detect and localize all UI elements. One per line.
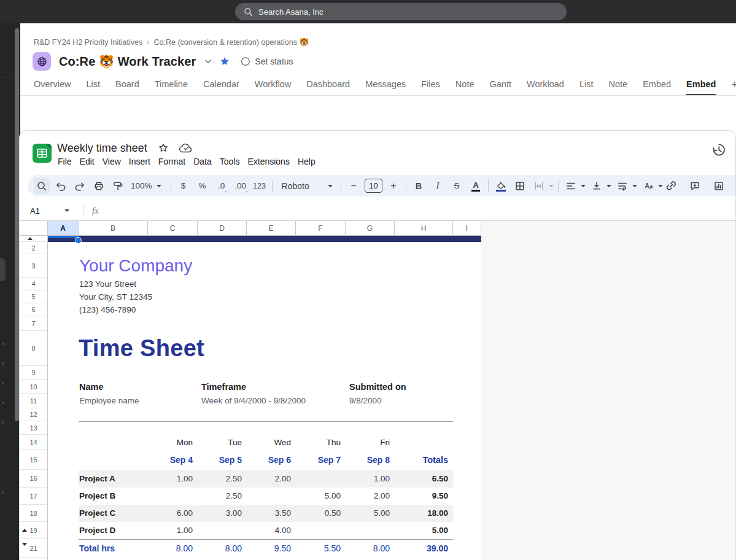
- menu-edit[interactable]: Edit: [80, 157, 95, 166]
- total-hours-value-cell[interactable]: 8.00: [148, 539, 193, 558]
- format-percent-button[interactable]: %: [195, 178, 211, 194]
- row-header-5[interactable]: 5: [20, 290, 48, 303]
- tab-note-13[interactable]: Note: [609, 79, 628, 95]
- address-line-cell[interactable]: 123 Your Street: [79, 278, 136, 290]
- tab-files-8[interactable]: Files: [421, 79, 440, 95]
- text-rotation-button[interactable]: A: [640, 178, 656, 194]
- column-header-H[interactable]: H: [395, 221, 453, 236]
- day-name-cell[interactable]: Wed: [247, 435, 291, 450]
- day-date-cell[interactable]: Sep 7: [296, 450, 341, 470]
- total-hours-value-cell[interactable]: 9.50: [247, 539, 291, 558]
- tab-embed-15[interactable]: Embed: [686, 79, 716, 95]
- menu-data[interactable]: Data: [193, 157, 212, 166]
- bold-button[interactable]: B: [411, 178, 427, 194]
- more-formats-button[interactable]: 123: [252, 178, 268, 194]
- insert-comment-button[interactable]: [687, 178, 703, 194]
- undo-button[interactable]: [53, 178, 69, 194]
- zoom-select[interactable]: 100%: [126, 181, 166, 190]
- menu-help[interactable]: Help: [298, 157, 316, 166]
- format-currency-button[interactable]: $: [176, 178, 192, 194]
- day-date-cell[interactable]: Sep 6: [247, 450, 291, 470]
- row-header-8[interactable]: 8: [20, 331, 48, 366]
- project-name-cell[interactable]: Project D: [79, 522, 115, 539]
- hidden-row-above-icon[interactable]: [22, 529, 27, 532]
- insert-link-button[interactable]: [663, 178, 679, 194]
- doc-sync-status-button[interactable]: [179, 143, 193, 154]
- row-header-13[interactable]: 13: [20, 421, 48, 435]
- day-name-cell[interactable]: Mon: [148, 435, 193, 450]
- hours-value-cell[interactable]: 3.00: [198, 505, 242, 522]
- menu-view[interactable]: View: [103, 157, 121, 166]
- title-menu-button[interactable]: [203, 58, 213, 66]
- address-line-cell[interactable]: Your City, ST 12345: [79, 290, 152, 303]
- decrease-font-size-button[interactable]: −: [346, 178, 362, 194]
- paint-format-button[interactable]: [110, 178, 126, 194]
- menu-file[interactable]: File: [58, 157, 72, 166]
- project-name-cell[interactable]: Project A: [79, 470, 115, 488]
- row-header-2[interactable]: 2: [20, 242, 48, 254]
- hours-value-cell[interactable]: 1.00: [148, 470, 193, 488]
- merge-options-caret[interactable]: [549, 185, 554, 187]
- menu-extensions[interactable]: Extensions: [247, 157, 289, 166]
- doc-title[interactable]: Weekly time sheet: [57, 142, 147, 155]
- horizontal-align-caret[interactable]: [581, 185, 586, 187]
- project-total-cell[interactable]: 5.00: [395, 522, 448, 539]
- hours-value-cell[interactable]: 2.00: [247, 470, 291, 488]
- text-color-button[interactable]: A: [468, 177, 484, 195]
- menu-tools[interactable]: Tools: [220, 157, 240, 166]
- redo-button[interactable]: [72, 178, 88, 194]
- sidebar-scrollbar-thumb[interactable]: [15, 28, 19, 421]
- font-select[interactable]: Roboto: [277, 181, 336, 191]
- hours-value-cell[interactable]: 5.00: [296, 488, 341, 505]
- tab-note-9[interactable]: Note: [455, 79, 475, 95]
- increase-decimal-button[interactable]: .00: [233, 178, 249, 194]
- toolbar-search-button[interactable]: [34, 178, 50, 194]
- set-status-button[interactable]: Set status: [241, 56, 293, 66]
- total-hours-value-cell[interactable]: 5.50: [296, 539, 341, 558]
- sheet-title-cell[interactable]: Time Sheet: [79, 331, 204, 366]
- row-header-15[interactable]: 15: [20, 450, 48, 470]
- formula-input[interactable]: [98, 201, 736, 220]
- day-date-cell[interactable]: Sep 4: [148, 450, 193, 470]
- day-date-cell[interactable]: Sep 5: [198, 450, 242, 470]
- total-hours-value-cell[interactable]: 8.00: [198, 539, 242, 558]
- row1-header-band[interactable]: [48, 236, 481, 242]
- fill-color-button[interactable]: [493, 177, 509, 195]
- increase-font-size-button[interactable]: +: [385, 178, 401, 194]
- strikethrough-button[interactable]: S: [449, 178, 465, 194]
- insert-chart-button[interactable]: [711, 178, 727, 194]
- breadcrumb-parent[interactable]: R&D FY24 H2 Priority Initiatives: [34, 38, 142, 47]
- company-name-cell[interactable]: Your Company: [79, 254, 192, 278]
- info-label-cell[interactable]: Submitted on: [349, 380, 406, 394]
- row-header-10[interactable]: 10: [20, 380, 48, 394]
- breadcrumb-current[interactable]: Co:Re (conversion & retention) operation…: [153, 37, 309, 47]
- tab-workload-11[interactable]: Workload: [527, 79, 564, 95]
- column-header-B[interactable]: B: [79, 221, 148, 236]
- totals-header-cell[interactable]: Totals: [395, 450, 448, 470]
- info-value-cell[interactable]: Employee name: [79, 394, 139, 408]
- tab-board-2[interactable]: Board: [115, 79, 139, 95]
- project-total-cell[interactable]: 6.50: [395, 470, 448, 488]
- info-label-cell[interactable]: Timeframe: [201, 380, 246, 394]
- day-date-cell[interactable]: Sep 8: [346, 450, 390, 470]
- tab-calendar-4[interactable]: Calendar: [203, 79, 239, 95]
- vertical-align-caret[interactable]: [606, 185, 611, 187]
- day-name-cell[interactable]: Thu: [296, 435, 341, 450]
- project-total-cell[interactable]: 18.00: [395, 505, 448, 522]
- hours-value-cell[interactable]: 1.00: [346, 470, 390, 488]
- hours-value-cell[interactable]: 1.00: [148, 522, 193, 539]
- add-tab-button[interactable]: +: [731, 79, 736, 91]
- sheets-logo-icon[interactable]: [33, 144, 52, 163]
- font-size-input[interactable]: 10: [365, 179, 382, 193]
- text-wrap-button[interactable]: [614, 178, 630, 194]
- print-button[interactable]: [91, 178, 107, 194]
- hours-value-cell[interactable]: 4.00: [247, 522, 291, 539]
- doc-star-button[interactable]: [158, 142, 169, 154]
- version-history-button[interactable]: [710, 141, 727, 158]
- hours-value-cell[interactable]: 6.00: [148, 505, 193, 522]
- borders-button[interactable]: [512, 178, 528, 194]
- row-header-21[interactable]: 21: [20, 539, 48, 558]
- hours-value-cell[interactable]: 0.50: [296, 505, 341, 522]
- row-header-18[interactable]: 18: [20, 505, 48, 522]
- decrease-decimal-button[interactable]: .0: [214, 178, 230, 194]
